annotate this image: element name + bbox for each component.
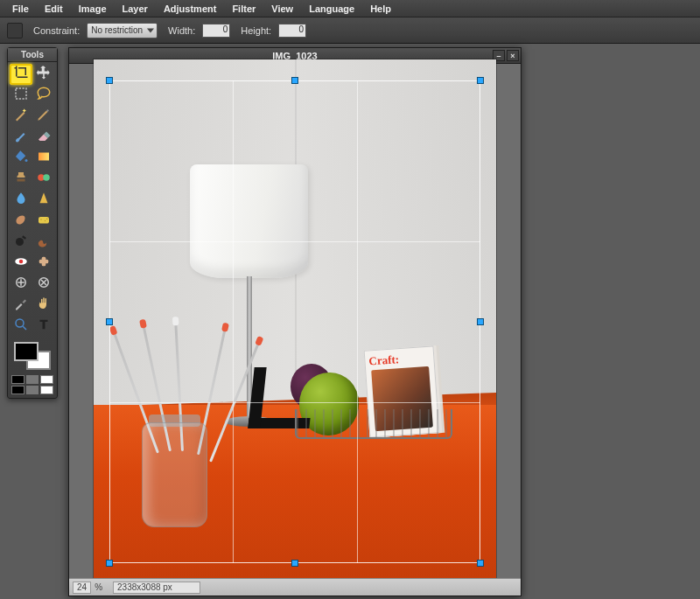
hand-icon xyxy=(36,296,52,315)
tool-red-eye[interactable] xyxy=(10,253,32,274)
wand-icon xyxy=(13,107,29,126)
eraser-icon xyxy=(36,128,52,147)
tools-panel-title: Tools xyxy=(8,48,57,62)
menu-image[interactable]: Image xyxy=(72,2,114,16)
document-window: IMG_1023 – × Craft: xyxy=(68,47,522,596)
svg-rect-2 xyxy=(38,153,49,161)
crop-icon xyxy=(13,65,29,84)
crop-handle-sw[interactable] xyxy=(106,560,113,567)
smudge-icon xyxy=(13,212,29,231)
menu-layer[interactable]: Layer xyxy=(116,2,155,16)
tool-dodge[interactable] xyxy=(10,232,32,253)
sponge-icon xyxy=(36,212,52,231)
menu-view[interactable]: View xyxy=(264,2,300,16)
menu-language[interactable]: Language xyxy=(302,2,361,16)
tool-hand[interactable] xyxy=(32,295,55,316)
crop-selection[interactable] xyxy=(109,80,480,563)
menu-help[interactable]: Help xyxy=(363,2,398,16)
pinch-icon xyxy=(36,275,52,294)
menu-filter[interactable]: Filter xyxy=(225,2,262,16)
foreground-color[interactable] xyxy=(14,342,38,361)
crop-handle-s[interactable] xyxy=(291,560,298,567)
pencil-icon xyxy=(36,107,52,126)
constraint-select[interactable]: No restriction xyxy=(87,23,158,38)
tool-smudge[interactable] xyxy=(10,211,32,232)
tool-crop[interactable] xyxy=(10,64,32,85)
color-replace-icon xyxy=(36,170,52,189)
tool-color-picker[interactable] xyxy=(10,295,32,316)
tool-sponge[interactable] xyxy=(32,211,55,232)
spot-heal-icon xyxy=(36,254,52,273)
window-close-button[interactable]: × xyxy=(507,50,519,61)
paint-bucket-icon xyxy=(13,149,29,168)
crop-handle-se[interactable] xyxy=(477,560,484,567)
tool-eraser[interactable] xyxy=(32,127,55,148)
tools-grid xyxy=(8,62,57,338)
crop-handle-e[interactable] xyxy=(477,318,484,325)
tool-color-replace[interactable] xyxy=(32,169,55,190)
crop-grid-line xyxy=(109,402,480,403)
sharpen-icon xyxy=(36,191,52,210)
tool-brush[interactable] xyxy=(10,127,32,148)
tool-burn[interactable] xyxy=(32,232,55,253)
svg-point-8 xyxy=(45,220,46,222)
width-input[interactable]: 0 xyxy=(202,24,230,38)
crop-grid-line xyxy=(233,80,234,563)
tool-clone-stamp[interactable] xyxy=(10,169,32,190)
crop-handle-nw[interactable] xyxy=(106,77,113,84)
eyedropper-icon xyxy=(13,296,29,315)
menu-adjustment[interactable]: Adjustment xyxy=(157,2,224,16)
dimensions-readout: 2338x3088 px xyxy=(113,582,200,594)
canvas[interactable]: Craft: xyxy=(94,59,496,582)
menu-bar: File Edit Image Layer Adjustment Filter … xyxy=(0,0,700,17)
menu-file[interactable]: File xyxy=(5,2,36,16)
zoom-value[interactable]: 24 xyxy=(73,582,91,594)
options-bar: Constraint: No restriction Width: 0 Heig… xyxy=(0,17,700,44)
swatch-white-2[interactable] xyxy=(40,386,53,394)
swatch-gray[interactable] xyxy=(26,375,39,384)
tool-wand[interactable] xyxy=(10,106,32,127)
marquee-icon xyxy=(13,86,29,105)
svg-rect-11 xyxy=(22,235,26,239)
tools-panel: Tools xyxy=(7,47,58,399)
swatch-gray-2[interactable] xyxy=(26,386,39,394)
canvas-area[interactable]: Craft: xyxy=(69,64,521,578)
blur-icon xyxy=(13,191,29,210)
tool-move[interactable] xyxy=(32,64,55,85)
height-input[interactable]: 0 xyxy=(278,24,306,38)
tool-pencil[interactable] xyxy=(32,106,55,127)
tool-marquee[interactable] xyxy=(10,85,32,106)
svg-rect-3 xyxy=(18,179,25,182)
gradient-icon xyxy=(36,149,52,168)
dodge-icon xyxy=(13,233,29,252)
svg-rect-0 xyxy=(16,88,26,99)
width-label: Width: xyxy=(168,25,195,36)
crop-grid-line xyxy=(109,241,480,242)
tool-lasso[interactable] xyxy=(32,85,55,106)
crop-handle-n[interactable] xyxy=(291,77,298,84)
lasso-icon xyxy=(36,86,52,105)
tool-paint-bucket[interactable] xyxy=(10,148,32,169)
tool-zoom[interactable] xyxy=(10,316,32,337)
swatch-black-2[interactable] xyxy=(11,386,24,394)
swatch-white[interactable] xyxy=(40,375,53,384)
svg-rect-6 xyxy=(38,217,49,224)
tool-type[interactable] xyxy=(32,316,55,337)
menu-edit[interactable]: Edit xyxy=(38,2,70,16)
tool-spot-heal[interactable] xyxy=(32,253,55,274)
tool-sharpen[interactable] xyxy=(32,190,55,211)
tool-bloat[interactable] xyxy=(10,274,32,295)
crop-handle-ne[interactable] xyxy=(477,77,484,84)
burn-icon xyxy=(36,233,52,252)
tool-blur[interactable] xyxy=(10,190,32,211)
red-eye-icon xyxy=(13,254,29,273)
swatch-black[interactable] xyxy=(11,375,24,384)
tool-gradient[interactable] xyxy=(32,148,55,169)
svg-point-5 xyxy=(43,174,50,181)
svg-point-18 xyxy=(16,319,24,327)
tool-pinch[interactable] xyxy=(32,274,55,295)
svg-rect-15 xyxy=(42,257,46,267)
active-tool-indicator xyxy=(7,23,23,38)
crop-handle-w[interactable] xyxy=(106,318,113,325)
constraint-label: Constraint: xyxy=(33,25,80,36)
